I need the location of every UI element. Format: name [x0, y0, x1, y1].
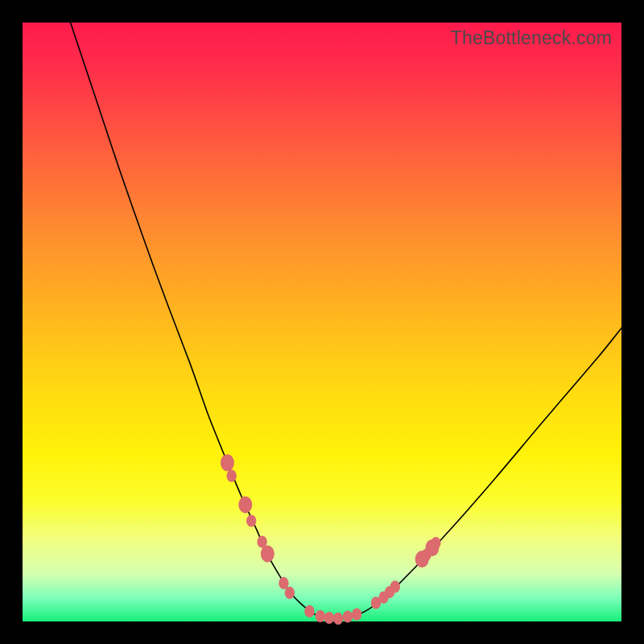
curve-path — [71, 23, 622, 619]
data-marker — [333, 613, 343, 625]
curve-markers — [221, 454, 441, 625]
data-marker — [238, 496, 252, 513]
data-marker — [352, 609, 361, 621]
chart-frame: TheBottleneck.com — [0, 0, 644, 644]
data-marker — [316, 610, 325, 622]
data-marker — [343, 610, 353, 622]
plot-area: TheBottleneck.com — [23, 23, 621, 621]
data-marker — [227, 470, 237, 482]
bottleneck-curve — [23, 23, 621, 621]
data-marker — [221, 454, 234, 471]
data-marker — [261, 545, 275, 562]
data-marker — [431, 537, 440, 549]
data-marker — [324, 612, 334, 624]
data-marker — [246, 514, 256, 526]
data-marker — [304, 605, 314, 617]
data-marker — [390, 580, 400, 592]
data-marker — [285, 587, 295, 599]
